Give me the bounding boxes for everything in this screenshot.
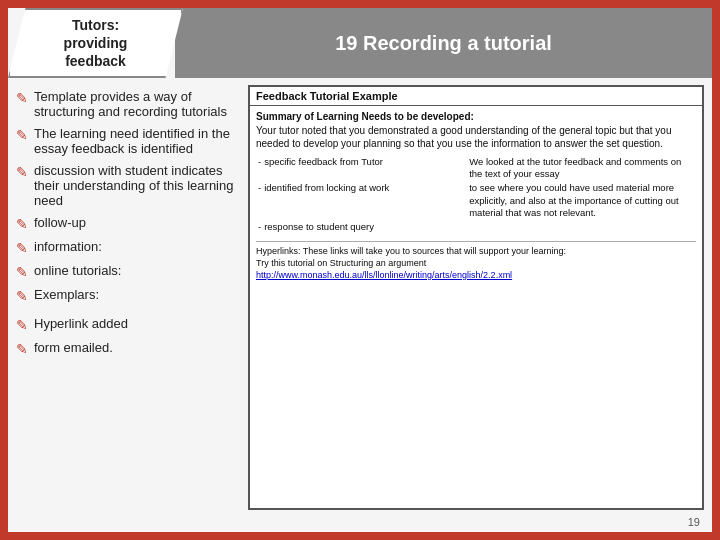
tab-line2: providing (64, 35, 128, 51)
left-border (0, 0, 8, 540)
bullet-text-7: Exemplars: (34, 287, 99, 302)
bullet-item-8: ✎ Hyperlink added (16, 316, 236, 333)
summary-body: Your tutor noted that you demonstrated a… (256, 125, 671, 150)
tutorial-text: Try this tutorial on Structuring an argu… (256, 258, 426, 268)
bullet-item-7: ✎ Exemplars: (16, 287, 236, 304)
feedback-box: Feedback Tutorial Example Summary of Lea… (248, 85, 704, 510)
bullet-text-6: online tutorials: (34, 263, 121, 278)
tab-line3: feedback (65, 53, 126, 69)
dash-item-3a: - response to student query (258, 221, 463, 233)
dash-item-2a: - identified from locking at work (258, 182, 463, 194)
feedback-header-text: Feedback Tutorial Example (256, 90, 398, 102)
bullet-text-4: follow-up (34, 215, 86, 230)
bullet-icon-4: ✎ (16, 216, 28, 232)
bullet-icon-5: ✎ (16, 240, 28, 256)
bullet-icon-3: ✎ (16, 164, 28, 180)
bullet-item-3: ✎ discussion with student indicates thei… (16, 163, 236, 208)
table-cell-left-3: - response to student query (256, 220, 467, 236)
feedback-right-2: to see where you could have used materia… (469, 182, 678, 218)
bullet-item-4: ✎ follow-up (16, 215, 236, 232)
dash-1: - (258, 156, 261, 168)
table-row-1: - specific feedback from Tutor We looked… (256, 155, 696, 182)
bullet-item-6: ✎ online tutorials: (16, 263, 236, 280)
response-text: response to student query (264, 221, 374, 233)
slide-container: Tutors: providing feedback 19 Recording … (0, 0, 720, 540)
tutorial-link[interactable]: http://www.monash.edu.au/lls/llonline/wr… (256, 270, 512, 280)
bullet-icon-7: ✎ (16, 288, 28, 304)
bullet-icon-8: ✎ (16, 317, 28, 333)
table-cell-right-3 (467, 220, 696, 236)
feedback-box-body: Summary of Learning Needs to be develope… (250, 106, 702, 287)
bullet-item-1: ✎ Template provides a way of structuring… (16, 89, 236, 119)
bullet-item-9: ✎ form emailed. (16, 340, 236, 357)
bullet-text-5: information: (34, 239, 102, 254)
feedback-hyperlinks: Hyperlinks: These links will take you to… (256, 241, 696, 281)
bullet-text-2: The learning need identified in the essa… (34, 126, 236, 156)
dash-2: - (258, 182, 261, 194)
hyperlinks-text: Hyperlinks: These links will take you to… (256, 246, 566, 256)
table-cell-right-2: to see where you could have used materia… (467, 181, 696, 220)
slide-title: 19 Recording a tutorial (335, 32, 552, 55)
table-row-3: - response to student query (256, 220, 696, 236)
identified-text: identified from locking at work (264, 182, 389, 194)
main-content: ✎ Template provides a way of structuring… (16, 85, 704, 510)
dash-3: - (258, 221, 261, 233)
feedback-box-header: Feedback Tutorial Example (250, 87, 702, 106)
header: Tutors: providing feedback 19 Recording … (8, 8, 712, 78)
tab-line1: Tutors: (72, 17, 119, 33)
feedback-right-1: We looked at the tutor feedback and comm… (469, 156, 681, 179)
specific-feedback: specific feedback from Tutor (264, 156, 383, 168)
bullet-text-1: Template provides a way of structuring a… (34, 89, 236, 119)
feedback-summary: Summary of Learning Needs to be develope… (256, 110, 696, 151)
bullet-text-9: form emailed. (34, 340, 113, 355)
tutors-tab-text: Tutors: providing feedback (64, 16, 128, 71)
bullet-icon-9: ✎ (16, 341, 28, 357)
page-number-text: 19 (688, 516, 700, 528)
bullet-icon-1: ✎ (16, 90, 28, 106)
bullet-list: ✎ Template provides a way of structuring… (16, 85, 236, 510)
bullet-item-2: ✎ The learning need identified in the es… (16, 126, 236, 156)
bullet-icon-6: ✎ (16, 264, 28, 280)
bullet-text-8: Hyperlink added (34, 316, 128, 331)
table-cell-right-1: We looked at the tutor feedback and comm… (467, 155, 696, 182)
title-banner: 19 Recording a tutorial (175, 8, 712, 78)
table-cell-left-2: - identified from locking at work (256, 181, 467, 220)
dash-item-1a: - specific feedback from Tutor (258, 156, 463, 168)
bullet-icon-2: ✎ (16, 127, 28, 143)
bullet-item-5: ✎ information: (16, 239, 236, 256)
table-row-2: - identified from locking at work to see… (256, 181, 696, 220)
summary-label: Summary of Learning Needs to be develope… (256, 111, 474, 122)
tutors-tab: Tutors: providing feedback (8, 8, 183, 78)
right-border (712, 0, 720, 540)
page-number: 19 (688, 516, 700, 528)
table-cell-left-1: - specific feedback from Tutor (256, 155, 467, 182)
bullet-text-3: discussion with student indicates their … (34, 163, 236, 208)
feedback-table: - specific feedback from Tutor We looked… (256, 155, 696, 237)
